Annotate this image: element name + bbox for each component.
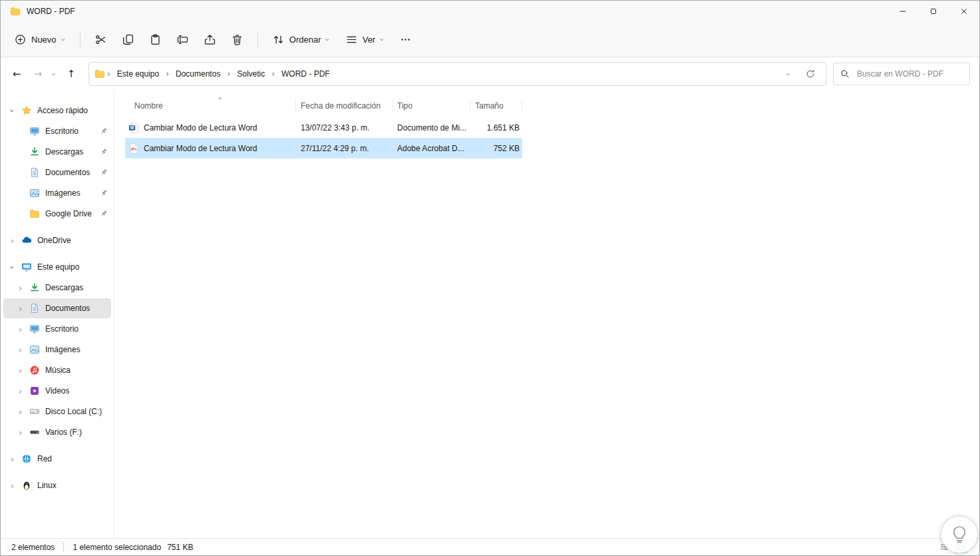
chevron-right-icon: › [19, 428, 22, 437]
sidebar-item-descargas-pinned[interactable]: Descargas [3, 142, 111, 162]
sidebar-item-label: Descargas [45, 283, 83, 292]
copy-button[interactable] [115, 27, 141, 51]
sidebar-item-este-equipo-documentos[interactable]: › Documentos [3, 298, 111, 318]
chevron-right-icon: › [11, 455, 14, 463]
local-disk-icon [28, 406, 41, 417]
up-button[interactable]: ↑ [61, 63, 82, 85]
chevron-down-icon: › [59, 37, 68, 41]
rename-button[interactable] [170, 27, 196, 51]
paste-button[interactable] [142, 27, 168, 51]
svg-text:W: W [130, 125, 135, 130]
rename-icon [177, 34, 188, 45]
file-date: 27/11/22 4:29 p. m. [296, 144, 393, 153]
sidebar-item-musica[interactable]: › Música [3, 360, 111, 380]
chevron-right-icon: › [11, 236, 14, 245]
sidebar-item-este-equipo-escritorio[interactable]: › Escritorio [3, 319, 111, 339]
chevron-right-icon: › [11, 481, 14, 490]
sidebar-item-documentos-pinned[interactable]: Documentos [3, 162, 111, 182]
view-button[interactable]: Ver › [339, 27, 392, 51]
star-icon [20, 105, 33, 116]
chevron-right-icon: › [19, 346, 22, 354]
folder-icon [94, 69, 105, 79]
linux-penguin-icon [20, 480, 33, 491]
title-bar: WORD - PDF [1, 1, 979, 22]
share-icon [204, 34, 216, 45]
breadcrumb-separator: › [165, 69, 170, 79]
column-header-size[interactable]: Tamaño [470, 99, 522, 113]
new-button[interactable]: Nuevo › [7, 27, 73, 51]
new-button-label: Nuevo [31, 35, 57, 45]
sidebar-item-linux[interactable]: › Linux [3, 475, 111, 495]
sidebar-item-label: Imágenes [45, 188, 81, 198]
view-button-label: Ver [363, 35, 376, 45]
search-input[interactable] [856, 69, 963, 79]
sidebar-item-label: Google Drive [45, 209, 92, 218]
address-bar[interactable]: › Este equipo › Documentos › Solvetic › … [88, 62, 826, 86]
sidebar-item-escritorio-pinned[interactable]: Escritorio [3, 121, 111, 141]
sidebar-item-este-equipo-descargas[interactable]: › Descargas [3, 278, 111, 298]
sidebar-item-label: Acceso rápido [37, 106, 88, 115]
file-type: Adobe Acrobat D... [393, 144, 470, 153]
pin-icon [100, 148, 108, 156]
share-button[interactable] [197, 27, 223, 51]
sort-button[interactable]: Ordenar › [265, 27, 337, 51]
sidebar-item-videos[interactable]: › Videos [3, 381, 111, 401]
search-box[interactable] [833, 63, 970, 85]
pdf-file-icon [128, 143, 139, 154]
sidebar-item-label: Descargas [45, 147, 83, 156]
column-header-date[interactable]: Fecha de modificación [296, 99, 393, 113]
refresh-button[interactable] [800, 65, 820, 83]
forward-button[interactable]: → [27, 63, 49, 85]
back-button[interactable]: ← [6, 63, 27, 85]
sidebar-item-label: Disco Local (C:) [45, 407, 102, 416]
sidebar-item-label: Este equipo [37, 262, 79, 272]
breadcrumb-item-documentos[interactable]: Documentos [171, 67, 225, 81]
scissors-icon [95, 34, 106, 45]
more-options-button[interactable] [393, 27, 418, 51]
breadcrumb-item-word-pdf[interactable]: WORD - PDF [277, 67, 335, 81]
sidebar-item-label: Documentos [45, 304, 90, 313]
sidebar-item-este-equipo[interactable]: › Este equipo [3, 257, 111, 277]
explorer-body: › Acceso rápido Escritorio Descargas Doc… [1, 91, 979, 538]
pictures-icon [28, 344, 41, 355]
sidebar-item-google-drive[interactable]: Google Drive [3, 204, 111, 224]
file-row-word[interactable]: W Cambiar Modo de Lectura Word 13/07/22 … [125, 117, 522, 138]
delete-button[interactable] [224, 27, 250, 51]
column-header-type[interactable]: Tipo [393, 99, 470, 113]
address-dropdown-button[interactable]: › [779, 65, 799, 83]
file-name: Cambiar Modo de Lectura Word [144, 144, 257, 153]
trash-icon [232, 34, 243, 45]
breadcrumb-item-solvetic[interactable]: Solvetic [232, 67, 269, 81]
breadcrumb-item-este-equipo[interactable]: Este equipo [112, 67, 164, 81]
file-size: 752 KB [470, 144, 522, 153]
folder-icon [10, 6, 21, 17]
command-bar: Nuevo › Ordenar › Ver › [1, 22, 979, 57]
navigation-pane: › Acceso rápido Escritorio Descargas Doc… [1, 91, 114, 538]
chevron-down-icon: › [324, 37, 333, 41]
sidebar-item-varios-f[interactable]: › Varios (F:) [3, 422, 111, 442]
sidebar-item-onedrive[interactable]: › OneDrive [3, 230, 111, 250]
minimize-button[interactable] [888, 1, 918, 22]
computer-icon [20, 262, 33, 272]
cut-button[interactable] [88, 27, 114, 51]
column-header-name[interactable]: Nombre [125, 99, 296, 113]
navigation-bar: ← → › ↑ › Este equipo › Documentos › Sol… [1, 57, 979, 91]
file-date: 13/07/22 3:43 p. m. [296, 123, 393, 133]
pin-icon [100, 168, 108, 176]
lightbulb-overlay [941, 517, 977, 553]
onedrive-cloud-icon [20, 235, 33, 246]
sidebar-item-acceso-rapido[interactable]: › Acceso rápido [3, 101, 111, 121]
recent-locations-button[interactable]: › [49, 63, 61, 85]
status-divider [63, 543, 64, 551]
sidebar-item-imagenes-pinned[interactable]: Imágenes [3, 183, 111, 203]
pictures-icon [28, 188, 41, 198]
close-button[interactable] [949, 1, 979, 22]
status-bar: 2 elementos 1 elemento seleccionado 751 … [1, 538, 979, 555]
file-row-pdf-selected[interactable]: Cambiar Modo de Lectura Word 27/11/22 4:… [125, 138, 522, 158]
sidebar-item-disco-local-c[interactable]: › Disco Local (C:) [3, 402, 111, 421]
maximize-button[interactable] [918, 1, 949, 22]
sidebar-item-red[interactable]: › Red [3, 449, 111, 469]
sidebar-item-label: Documentos [45, 168, 90, 177]
search-icon [840, 69, 850, 79]
sidebar-item-este-equipo-imagenes[interactable]: › Imágenes [3, 340, 111, 360]
